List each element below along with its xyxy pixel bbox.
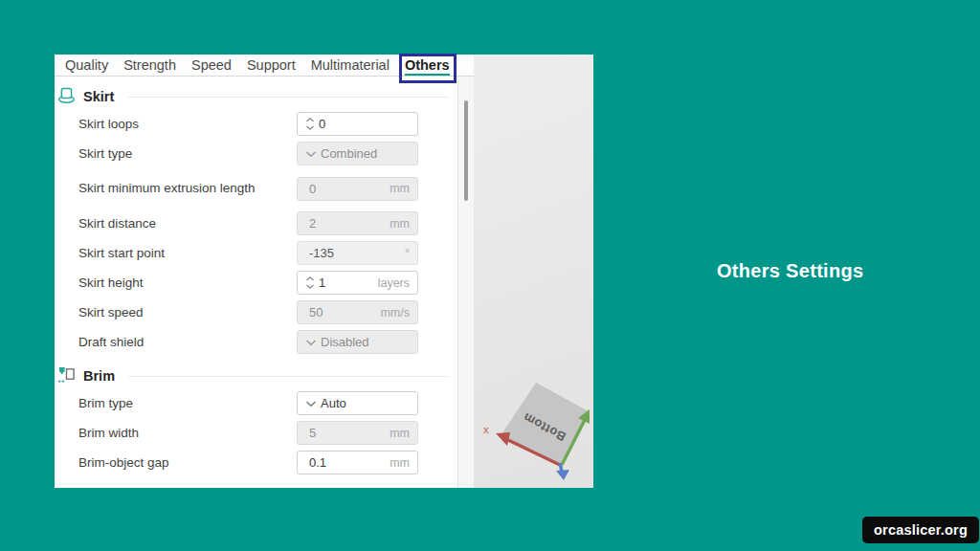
brim-section-header: Brim [55, 364, 457, 388]
slide-background: Quality Strength Speed Support Multimate… [0, 0, 980, 551]
skirt-distance-label: Skirt distance [78, 215, 270, 232]
setting-row: Skirt speed 50 mm/s [55, 298, 457, 327]
brim-width-label: Brim width [78, 425, 270, 442]
field-value: 0 [309, 182, 316, 196]
slide-caption: Others Settings [717, 260, 863, 282]
field-unit: mm [390, 427, 410, 440]
setting-row: Brim type Auto [55, 388, 457, 418]
skirt-section-header: Skirt [55, 84, 457, 109]
tab-strength[interactable]: Strength [123, 55, 176, 77]
field-value: 50 [309, 305, 323, 320]
field-unit: mm [390, 456, 410, 470]
skirt-min-extrusion-input[interactable]: 0 mm [297, 177, 418, 201]
field-value: Disabled [321, 335, 369, 349]
skirt-type-label: Skirt type [78, 145, 270, 163]
field-value: Combined [321, 146, 377, 161]
settings-scroll-area: Skirt Skirt loops 0 Skirt type Combined [55, 77, 457, 488]
chevron-down-icon [305, 150, 317, 158]
chevron-down-icon [305, 339, 317, 346]
skirt-loops-label: Skirt loops [78, 116, 270, 133]
tab-quality[interactable]: Quality [65, 55, 108, 77]
setting-row: Skirt type Combined [55, 139, 457, 168]
tab-others[interactable]: Others [405, 55, 450, 77]
brim-type-label: Brim type [78, 395, 270, 412]
skirt-min-extrusion-label: Skirt minimum extrusion length [78, 180, 270, 197]
section-divider [127, 97, 450, 98]
skirt-loops-input[interactable]: 0 [297, 112, 418, 136]
axis-x-arrowhead [496, 432, 510, 446]
3d-viewport[interactable]: Bottom x [474, 55, 593, 488]
section-divider [128, 376, 450, 377]
draft-shield-label: Draft shield [78, 334, 270, 351]
scrollbar-thumb[interactable] [464, 100, 468, 201]
skirt-height-label: Skirt height [78, 275, 270, 292]
chevron-down-icon [305, 400, 317, 408]
setting-row: Skirt start point -135 ° [55, 238, 457, 268]
brim-type-dropdown[interactable]: Auto [297, 391, 418, 415]
tab-others-label: Others [405, 57, 450, 73]
setting-row: Skirt height 1 layers [55, 268, 457, 298]
tab-speed[interactable]: Speed [191, 55, 232, 77]
field-unit: mm [390, 217, 410, 231]
spinner-up-down-icon[interactable] [305, 276, 315, 290]
setting-row: Skirt distance 2 mm [55, 209, 457, 238]
skirt-icon [57, 86, 76, 108]
navigation-cube[interactable]: Bottom x [474, 55, 593, 488]
field-value: 2 [309, 216, 316, 231]
brim-width-input[interactable]: 5 mm [297, 421, 418, 445]
field-value: -135 [309, 246, 334, 260]
slicer-screenshot-panel: Quality Strength Speed Support Multimate… [55, 55, 593, 488]
spinner-up-down-icon[interactable] [305, 117, 315, 131]
tab-support[interactable]: Support [247, 55, 296, 77]
skirt-height-input[interactable]: 1 layers [297, 271, 418, 295]
skirt-distance-input[interactable]: 2 mm [297, 211, 418, 235]
field-value: 0.1 [309, 455, 326, 470]
field-value: 5 [309, 426, 316, 440]
field-unit: mm/s [380, 306, 410, 320]
setting-row: Brim-object gap 0.1 mm [55, 448, 457, 477]
setting-row: Skirt loops 0 [55, 109, 457, 139]
setting-row: Skirt minimum extrusion length 0 mm [55, 168, 457, 209]
axis-x-label: x [483, 424, 489, 435]
brim-object-gap-label: Brim-object gap [78, 454, 270, 472]
field-value: 1 [319, 276, 325, 290]
tab-multimaterial[interactable]: Multimaterial [311, 55, 390, 77]
brim-section-title: Brim [83, 368, 115, 384]
watermark-badge: orcaslicer.org [862, 517, 979, 543]
skirt-type-dropdown[interactable]: Combined [297, 142, 418, 165]
field-unit: ° [405, 247, 410, 260]
brim-icon [57, 365, 76, 387]
skirt-speed-input[interactable]: 50 mm/s [297, 300, 418, 324]
draft-shield-dropdown[interactable]: Disabled [297, 330, 418, 354]
skirt-section-title: Skirt [83, 89, 114, 104]
watermark-text: orcaslicer.org [874, 522, 968, 538]
skirt-start-point-input[interactable]: -135 ° [297, 241, 418, 265]
brim-object-gap-input[interactable]: 0.1 mm [297, 451, 418, 474]
field-unit: layers [378, 276, 410, 290]
field-unit: mm [390, 182, 410, 195]
field-value: Auto [321, 396, 346, 410]
field-value: 0 [319, 117, 325, 131]
setting-row: Brim width 5 mm [55, 418, 457, 448]
active-tab-underline [405, 74, 450, 76]
scrollbar-track[interactable] [457, 77, 474, 488]
axis-z-arrowhead [556, 470, 569, 480]
setting-row: Draft shield Disabled [55, 327, 457, 357]
settings-tab-bar: Quality Strength Speed Support Multimate… [55, 55, 474, 77]
skirt-start-point-label: Skirt start point [78, 245, 270, 262]
skirt-speed-label: Skirt speed [78, 304, 270, 321]
